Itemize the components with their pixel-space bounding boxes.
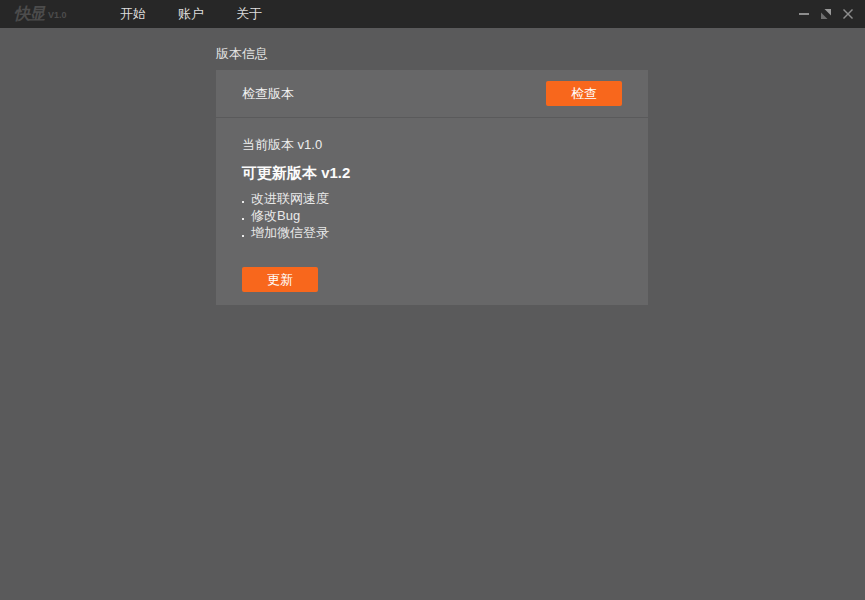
app-window: 快显 V1.0 开始 账户 关于	[0, 0, 865, 600]
current-version-text: 当前版本 v1.0	[242, 136, 622, 154]
update-button[interactable]: 更新	[242, 267, 318, 292]
page-title: 版本信息	[216, 28, 648, 70]
maximize-button[interactable]	[815, 0, 837, 28]
menubar: 开始 账户 关于	[104, 0, 278, 28]
menu-item-start[interactable]: 开始	[104, 0, 162, 28]
changelog-list: 改进联网速度 修改Bug 增加微信登录	[242, 190, 622, 241]
titlebar: 快显 V1.0 开始 账户 关于	[0, 0, 865, 28]
update-version-text: 可更新版本 v1.2	[242, 164, 622, 183]
minimize-icon	[799, 13, 809, 15]
menu-item-account[interactable]: 账户	[162, 0, 220, 28]
check-version-label: 检查版本	[242, 85, 294, 103]
changelog-item: 修改Bug	[242, 207, 622, 224]
version-details: 当前版本 v1.0 可更新版本 v1.2 改进联网速度 修改Bug 增加微信登录…	[216, 118, 648, 292]
check-button[interactable]: 检查	[546, 81, 622, 106]
maximize-icon	[821, 9, 831, 19]
check-version-row: 检查版本 检查	[216, 70, 648, 118]
app-logo-group: 快显 V1.0	[14, 4, 92, 25]
changelog-item: 改进联网速度	[242, 190, 622, 207]
window-controls	[793, 0, 865, 28]
main-content: 版本信息 检查版本 检查 当前版本 v1.0 可更新版本 v1.2 改进联网速度…	[0, 28, 865, 600]
minimize-button[interactable]	[793, 0, 815, 28]
version-card: 检查版本 检查 当前版本 v1.0 可更新版本 v1.2 改进联网速度 修改Bu…	[216, 70, 648, 305]
close-button[interactable]	[837, 0, 859, 28]
close-icon	[843, 9, 853, 19]
app-logo: 快显	[14, 4, 44, 25]
menu-item-about[interactable]: 关于	[220, 0, 278, 28]
changelog-item: 增加微信登录	[242, 224, 622, 241]
app-version-label: V1.0	[48, 10, 67, 20]
